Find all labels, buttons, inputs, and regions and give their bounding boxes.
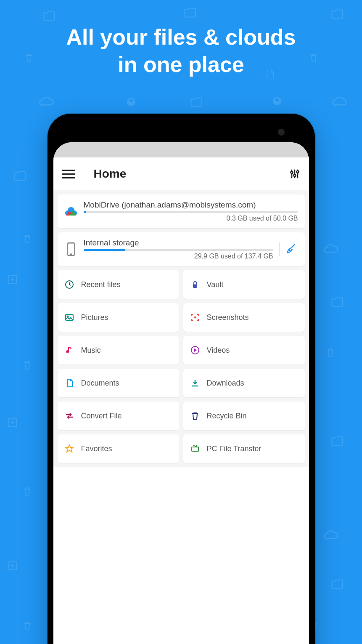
phone-frame: Home MobiDr <box>48 114 315 644</box>
storage-subtitle: 29.9 GB used of 137.4 GB <box>84 253 273 260</box>
grid-item-downloads[interactable]: Downloads <box>183 369 305 397</box>
grid-label: Recent files <box>81 280 121 289</box>
storage-title: MobiDrive (jonathan.adams@mobisystems.co… <box>84 200 298 210</box>
grid-item-documents[interactable]: Documents <box>58 369 179 397</box>
videos-icon <box>190 345 200 355</box>
app-body: MobiDrive (jonathan.adams@mobisystems.co… <box>53 190 309 467</box>
grid-item-vault[interactable]: Vault <box>183 270 305 299</box>
grid-label: Convert File <box>81 412 122 420</box>
svg-point-8 <box>291 171 293 173</box>
downloads-icon <box>190 378 200 388</box>
sliders-icon <box>289 168 301 180</box>
settings-button[interactable] <box>289 168 301 180</box>
grid-item-pc-file-transfer[interactable]: PC File Transfer <box>183 434 305 463</box>
grid-item-convert-file[interactable]: Convert File <box>58 402 179 430</box>
page-title: Home <box>94 167 289 181</box>
convert-icon <box>64 411 74 421</box>
grid-item-music[interactable]: Music <box>58 336 179 365</box>
documents-icon <box>64 378 74 388</box>
grid-label: Favorites <box>81 444 112 453</box>
grid-item-screenshots[interactable]: Screenshots <box>183 303 305 332</box>
pc-transfer-icon <box>190 444 200 454</box>
mobidrive-icon <box>64 205 78 218</box>
svg-point-12 <box>296 171 299 173</box>
grid-label: Documents <box>81 379 119 388</box>
grid-item-videos[interactable]: Videos <box>183 336 305 365</box>
grid-item-recent-files[interactable]: Recent files <box>58 270 179 299</box>
music-icon <box>64 345 74 355</box>
grid-label: Recycle Bin <box>207 412 247 420</box>
storage-title: Internal storage <box>84 238 273 247</box>
svg-point-17 <box>194 285 196 287</box>
grid-label: Videos <box>207 346 230 355</box>
grid-label: Downloads <box>207 379 244 388</box>
phone-screen: Home MobiDr <box>53 142 309 644</box>
grid-item-pictures[interactable]: Pictures <box>58 303 179 332</box>
svg-rect-22 <box>192 447 198 451</box>
clock-icon <box>64 279 74 290</box>
svg-point-1 <box>129 99 133 102</box>
clean-button[interactable] <box>279 242 298 256</box>
grid-label: Screenshots <box>207 313 249 322</box>
svg-point-20 <box>194 317 196 319</box>
app-header: Home <box>53 157 309 190</box>
grid-item-favorites[interactable]: Favorites <box>58 434 179 463</box>
grid-label: PC File Transfer <box>207 444 262 453</box>
storage-progress <box>84 249 273 251</box>
phone-icon <box>64 242 78 256</box>
trash-icon <box>190 411 200 421</box>
storage-card-mobidrive[interactable]: MobiDrive (jonathan.adams@mobisystems.co… <box>58 194 305 228</box>
screenshots-icon <box>190 312 200 322</box>
storage-subtitle: 0.3 GB used of 50.0 GB <box>84 215 298 222</box>
grid-label: Pictures <box>81 313 108 322</box>
pictures-icon <box>64 312 74 322</box>
grid-label: Music <box>81 346 101 355</box>
broom-icon <box>285 242 298 255</box>
status-bar <box>53 142 309 157</box>
phone-camera <box>278 129 285 136</box>
storage-card-internal[interactable]: Internal storage 29.9 GB used of 137.4 G… <box>58 232 305 266</box>
grid-item-recycle-bin[interactable]: Recycle Bin <box>183 402 305 430</box>
svg-point-3 <box>275 98 279 101</box>
storage-progress <box>84 211 298 213</box>
vault-icon <box>190 279 200 290</box>
shortcuts-grid: Recent files Vault Pictures <box>58 270 305 463</box>
menu-button[interactable] <box>62 167 75 181</box>
star-icon <box>64 444 74 454</box>
svg-point-10 <box>293 174 296 176</box>
grid-label: Vault <box>207 280 224 289</box>
